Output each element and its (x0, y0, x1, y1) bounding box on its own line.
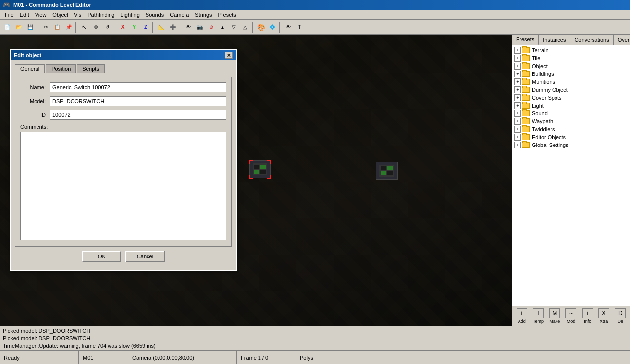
dialog-close-button[interactable]: ✕ (225, 52, 233, 59)
menu-view[interactable]: View (32, 11, 50, 19)
panel-info-button[interactable]: i Info (580, 307, 595, 325)
model-input[interactable] (50, 96, 226, 106)
x-axis-button[interactable]: X (117, 22, 128, 33)
cancel-button[interactable]: Cancel (125, 251, 165, 262)
tree-item-buildings[interactable]: + Buildings (513, 70, 629, 78)
paste-button[interactable]: 📌 (63, 22, 74, 33)
cut-button[interactable]: ✂ (40, 22, 51, 33)
name-input[interactable] (50, 82, 226, 92)
tree-item-sound[interactable]: + Sound (513, 109, 629, 117)
id-input[interactable] (50, 110, 226, 120)
expand-terrain[interactable]: + (514, 47, 521, 54)
colorpick-button[interactable]: 💠 (267, 22, 278, 33)
dialog-title-text: Edit object (14, 52, 41, 58)
folder-icon-coverspots (522, 95, 530, 101)
stop-button[interactable]: ⊘ (206, 22, 217, 33)
menu-object[interactable]: Object (49, 11, 71, 19)
tree-item-terrain[interactable]: + Terrain (513, 46, 629, 54)
panel-xtra-button[interactable]: X Xtra (596, 307, 611, 325)
expand-buildings[interactable]: + (514, 71, 521, 77)
panel-tab-conversations[interactable]: Conversations (570, 35, 613, 45)
tab-general[interactable]: General (15, 64, 45, 73)
sep3 (114, 22, 116, 33)
terrain1-button[interactable]: ▲ (217, 22, 228, 33)
viewport[interactable]: Edit object ✕ General Position Scripts N… (0, 35, 512, 326)
expand-twiddlers[interactable]: + (514, 126, 521, 133)
menu-file[interactable]: File (2, 11, 17, 19)
tree-item-light[interactable]: + Light (513, 102, 629, 109)
expand-sound[interactable]: + (514, 110, 521, 117)
preset-tree[interactable]: + Terrain + Tile + Object + Buildings + (512, 45, 630, 306)
ok-button[interactable]: OK (82, 251, 121, 262)
expand-dummy[interactable]: + (514, 86, 521, 93)
new-button[interactable]: 📄 (2, 22, 13, 33)
expand-global-settings[interactable]: + (514, 142, 521, 148)
viewport-object-1[interactable] (249, 160, 271, 178)
sprite-inner-2 (379, 165, 394, 177)
menu-vis[interactable]: Vis (71, 11, 84, 19)
menu-presets[interactable]: Presets (215, 11, 239, 19)
view1-button[interactable]: 👁 (183, 22, 194, 33)
expand-waypath[interactable]: + (514, 118, 521, 125)
comments-textarea[interactable] (20, 132, 226, 240)
expand-object[interactable]: + (514, 63, 521, 70)
status-line-1: Picked model: DSP_DOORSWITCH (3, 328, 627, 334)
expand-munitions[interactable]: + (514, 78, 521, 85)
expand-tile[interactable]: + (514, 55, 521, 62)
tree-item-munitions[interactable]: + Munitions (513, 78, 629, 86)
panel-tab-overlap[interactable]: Overlap (614, 35, 630, 45)
menu-edit[interactable]: Edit (17, 11, 32, 19)
folder-icon-tile (522, 55, 530, 61)
panel-temp-button[interactable]: T Temp (530, 307, 546, 325)
tree-item-twiddlers[interactable]: + Twiddlers (513, 125, 629, 133)
z-axis-button[interactable]: Z (140, 22, 151, 33)
terrain3-button[interactable]: △ (240, 22, 251, 33)
viewport-object-2[interactable] (376, 162, 398, 180)
tree-item-global-settings[interactable]: + Global Settings (513, 141, 629, 149)
move-button[interactable]: ✙ (90, 22, 101, 33)
tab-scripts[interactable]: Scripts (77, 64, 105, 73)
camera-button[interactable]: 📷 (194, 22, 205, 33)
menu-lighting[interactable]: Lighting (117, 11, 143, 19)
folder-icon-global-settings (522, 142, 530, 148)
panel-tab-instances[interactable]: Instances (539, 35, 570, 45)
snap-button[interactable]: 📐 (156, 22, 167, 33)
rotate-button[interactable]: ↺ (102, 22, 112, 33)
y-axis-button[interactable]: Y (129, 22, 140, 33)
tree-item-editor-objects[interactable]: + Editor Objects (513, 133, 629, 141)
menu-strings[interactable]: Strings (192, 11, 215, 19)
text-button[interactable]: T (294, 22, 305, 33)
sprite-cell (260, 165, 266, 169)
tree-item-coverspots[interactable]: + Cover Spots (513, 94, 629, 102)
select-button[interactable]: ↖ (79, 22, 90, 33)
terrain2-button[interactable]: ▽ (228, 22, 239, 33)
tab-position[interactable]: Position (46, 64, 76, 73)
expand-light[interactable]: + (514, 102, 521, 109)
panel-de-button[interactable]: D De (613, 307, 628, 325)
tree-item-tile[interactable]: + Tile (513, 54, 629, 62)
copy-button[interactable]: 📋 (52, 22, 63, 33)
panel-tab-presets[interactable]: Presets (512, 35, 539, 45)
tree-item-dummy[interactable]: + Dummy Object (513, 86, 629, 94)
add-obj-button[interactable]: ➕ (167, 22, 178, 33)
tree-item-object[interactable]: + Object (513, 62, 629, 70)
paint-button[interactable]: 🎨 (256, 22, 266, 33)
open-button[interactable]: 📂 (13, 22, 24, 33)
edit-dialog[interactable]: Edit object ✕ General Position Scripts N… (10, 49, 237, 271)
eye-button[interactable]: 👁 (283, 22, 294, 33)
dialog-title-bar[interactable]: Edit object ✕ (11, 50, 236, 60)
menu-camera[interactable]: Camera (167, 11, 192, 19)
object-sprite-2 (376, 162, 398, 180)
folder-icon-dummy (522, 87, 530, 93)
panel-mod-button[interactable]: ~ Mod (563, 307, 579, 325)
app-title: M01 - Commando Level Editor (13, 2, 91, 8)
tree-item-waypath[interactable]: + Waypath (513, 117, 629, 125)
menu-pathfinding[interactable]: Pathfinding (84, 11, 117, 19)
sep1 (37, 22, 39, 33)
save-button[interactable]: 💾 (25, 22, 36, 33)
panel-add-button[interactable]: + Add (514, 307, 529, 325)
expand-coverspots[interactable]: + (514, 94, 521, 101)
menu-sounds[interactable]: Sounds (143, 11, 167, 19)
expand-editor-objects[interactable]: + (514, 134, 521, 141)
panel-make-button[interactable]: M Make (547, 307, 562, 325)
